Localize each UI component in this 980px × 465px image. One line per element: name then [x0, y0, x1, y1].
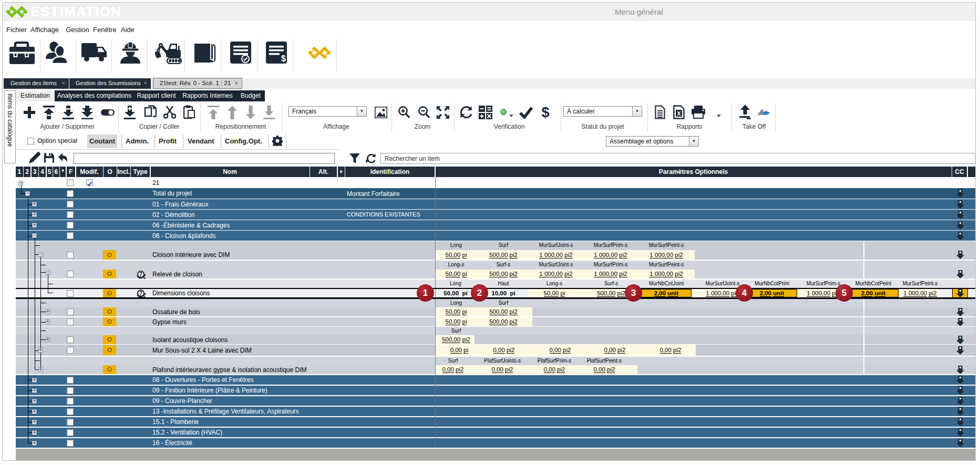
svg-text:X: X	[677, 110, 681, 117]
svg-text:×: ×	[356, 159, 359, 164]
svg-text:$: $	[281, 54, 286, 63]
svg-text:7: 7	[139, 272, 142, 277]
svg-text:$: $	[541, 105, 549, 120]
svg-text:7: 7	[139, 291, 142, 296]
